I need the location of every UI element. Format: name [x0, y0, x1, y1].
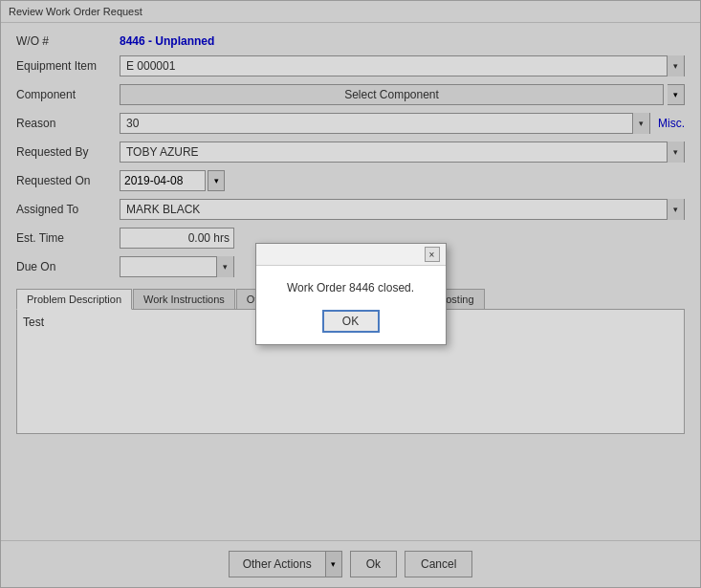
modal-ok-btn[interactable]: OK — [322, 310, 380, 333]
modal-close-btn[interactable]: × — [425, 247, 440, 262]
main-window: Review Work Order Request W/O # 8446 - U… — [0, 0, 701, 588]
close-icon: × — [429, 250, 435, 260]
modal-message: Work Order 8446 closed. — [287, 281, 414, 294]
modal-body: Work Order 8446 closed. — [256, 266, 446, 304]
modal-dialog: × Work Order 8446 closed. OK — [255, 243, 447, 345]
modal-overlay: × Work Order 8446 closed. OK — [1, 1, 700, 587]
modal-title-bar: × — [256, 244, 446, 266]
modal-footer: OK — [256, 304, 446, 344]
